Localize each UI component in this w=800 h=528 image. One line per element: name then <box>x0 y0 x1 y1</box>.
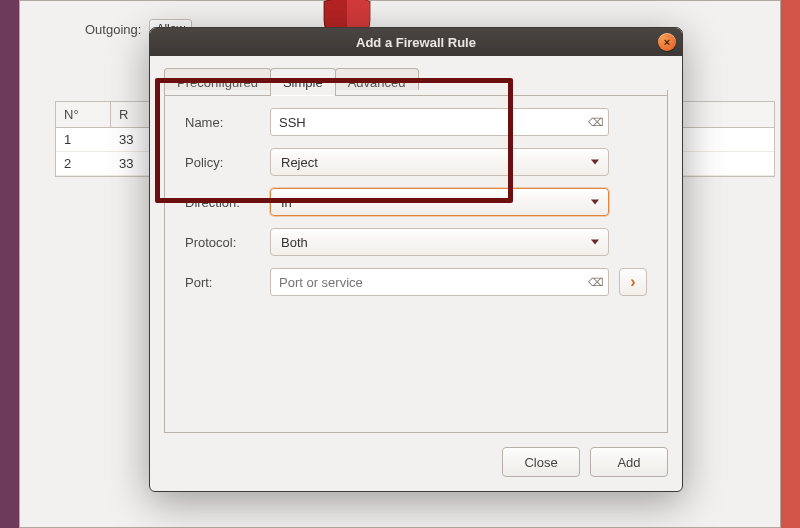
col-number[interactable]: N° <box>56 102 111 127</box>
clear-name-icon[interactable]: ⌫ <box>589 115 603 129</box>
clear-port-icon[interactable]: ⌫ <box>589 275 603 289</box>
chevron-down-icon <box>591 160 599 165</box>
chevron-down-icon <box>591 240 599 245</box>
name-input[interactable] <box>270 108 609 136</box>
add-button[interactable]: Add <box>590 447 668 477</box>
policy-label: Policy: <box>185 155 260 170</box>
protocol-label: Protocol: <box>185 235 260 250</box>
cell-number: 1 <box>56 128 111 151</box>
outgoing-label: Outgoing: <box>85 22 141 37</box>
tab-divider <box>164 95 668 96</box>
port-input-wrap: ⌫ <box>270 268 609 296</box>
direction-dropdown[interactable]: In <box>270 188 609 216</box>
port-label: Port: <box>185 275 260 290</box>
simple-pane: Name: ⌫ Policy: Reject Direction: In Pro… <box>164 90 668 433</box>
close-button[interactable]: Close <box>502 447 580 477</box>
name-label: Name: <box>185 115 260 130</box>
direction-value: In <box>281 195 292 210</box>
add-firewall-rule-dialog: Add a Firewall Rule × Preconfigured Simp… <box>149 27 683 492</box>
chevron-right-icon: › <box>630 273 635 291</box>
protocol-value: Both <box>281 235 308 250</box>
port-lookup-button[interactable]: › <box>619 268 647 296</box>
policy-value: Reject <box>281 155 318 170</box>
direction-label: Direction: <box>185 195 260 210</box>
port-input[interactable] <box>270 268 609 296</box>
policy-dropdown[interactable]: Reject <box>270 148 609 176</box>
cell-number: 2 <box>56 152 111 175</box>
tab-simple[interactable]: Simple <box>270 68 336 96</box>
simple-form: Name: ⌫ Policy: Reject Direction: In Pro… <box>165 90 667 310</box>
close-icon[interactable]: × <box>658 33 676 51</box>
dialog-titlebar[interactable]: Add a Firewall Rule × <box>150 28 682 56</box>
name-input-wrap: ⌫ <box>270 108 609 136</box>
protocol-dropdown[interactable]: Both <box>270 228 609 256</box>
dialog-footer: Close Add <box>502 447 668 477</box>
dialog-title: Add a Firewall Rule <box>356 35 476 50</box>
chevron-down-icon <box>591 200 599 205</box>
